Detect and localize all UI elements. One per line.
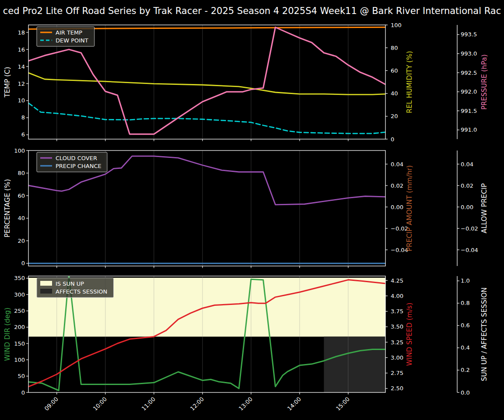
y-tick-label: 0.02 [461, 182, 473, 189]
y-tick-label: 0 [21, 260, 25, 266]
y-tick-label: 16 [18, 46, 25, 53]
y-tick-label: 0.8 [461, 300, 470, 306]
legend-swatch [40, 281, 52, 286]
axis-title-right1: PRECIP AMOUNT (mm/hr) [406, 165, 413, 252]
y-tick-label: 993.5 [461, 31, 477, 38]
y-tick-label: 0.00 [461, 204, 473, 210]
axis-title-right1: REL HUMIDITY (%) [406, 51, 413, 113]
x-tick-label: 15:00 [335, 396, 351, 412]
y-tick-label: 300 [14, 291, 25, 298]
legend-label: DEW POINT [56, 37, 88, 44]
y-tick-label: 20 [18, 238, 25, 244]
y-tick-label: −0.02 [461, 225, 478, 232]
axis-title-right2: PRESSURE (hPa) [480, 54, 488, 110]
y-tick-label: 991.5 [461, 108, 477, 114]
y-tick-label: 3.25 [391, 339, 403, 346]
series-dew-point [28, 103, 385, 133]
y-tick-label: 0.6 [461, 322, 470, 329]
x-tick-label: 11:00 [140, 396, 157, 412]
y-tick-label: 18 [18, 29, 25, 36]
y-tick-label: 200 [14, 324, 25, 330]
y-tick-label: 100 [14, 147, 25, 154]
x-tick-label: 13:00 [238, 396, 254, 412]
legend: CLOUD COVERPRECIP CHANCE [37, 152, 107, 172]
y-tick-label: 2.50 [391, 385, 403, 392]
y-tick-label: 8 [21, 114, 25, 121]
y-tick-label: 40 [391, 90, 398, 97]
legend: AIR TEMPDEW POINT [37, 27, 94, 46]
y-tick-label: 80 [391, 45, 398, 51]
panel-0: 681012141618TEMP (C)020406080100REL HUMI… [4, 22, 488, 143]
y-tick-label: 100 [14, 357, 25, 363]
y-tick-label: 0.4 [461, 344, 470, 351]
x-tick-label: 12:00 [189, 396, 205, 412]
legend: IS SUN UPAFFECTS SESSION [37, 278, 114, 298]
legend-label: AFFECTS SESSION [56, 288, 107, 295]
figure: ced Pro2 Lite Off Road Series by Trak Ra… [0, 0, 504, 420]
y-tick-label: 991.0 [461, 126, 477, 133]
y-tick-label: 993.0 [461, 50, 477, 57]
axis-title-right2: ALLOW PRECIP [480, 183, 488, 233]
y-tick-label: 0.04 [461, 161, 473, 168]
y-tick-label: 14 [18, 63, 25, 70]
y-tick-label: 100 [391, 22, 402, 28]
y-tick-label: 1.0 [461, 277, 470, 284]
legend-label: IS SUN UP [56, 280, 84, 287]
affects-session-band [324, 336, 385, 392]
y-tick-label: 992.0 [461, 88, 477, 95]
chart-canvas: 681012141618TEMP (C)020406080100REL HUMI… [0, 0, 504, 420]
y-tick-label: 0.02 [391, 182, 403, 189]
y-tick-label: 50 [18, 373, 25, 379]
y-tick-label: 2.75 [391, 370, 403, 376]
legend-label: AIR TEMP [56, 29, 82, 36]
y-tick-label: 60 [391, 67, 398, 74]
y-tick-label: 3.50 [391, 323, 403, 330]
x-tick-label: 14:00 [286, 396, 302, 412]
legend-swatch [40, 289, 52, 294]
y-tick-label: −0.04 [461, 247, 478, 253]
y-tick-label: 60 [18, 192, 25, 199]
y-tick-label: 3.00 [391, 354, 403, 361]
y-tick-label: 0.0 [461, 389, 470, 396]
y-tick-label: 0.2 [461, 367, 470, 373]
axis-title-left: TEMP (C) [4, 67, 11, 98]
y-tick-label: 20 [391, 113, 398, 119]
panel-2: 09:0010:0011:0012:0013:0014:0015:0005010… [4, 275, 488, 412]
y-tick-label: 4.25 [391, 277, 403, 284]
y-tick-label: 250 [14, 308, 25, 314]
axis-title-left: WIND DIR (deg) [4, 308, 11, 361]
y-tick-label: 150 [14, 340, 25, 347]
y-tick-label: 40 [18, 215, 25, 221]
legend-label: CLOUD COVER [56, 155, 97, 161]
y-tick-label: 3.75 [391, 308, 403, 315]
y-tick-label: 10 [18, 97, 25, 104]
y-tick-label: 0.00 [391, 204, 403, 210]
series-rel-humidity [28, 73, 385, 95]
x-tick-label: 09:00 [43, 396, 60, 412]
y-tick-label: 350 [14, 275, 25, 281]
y-tick-label: 0 [21, 389, 25, 396]
axis-title-left: PERCENTAGE (%) [4, 179, 11, 238]
y-tick-label: 0 [391, 136, 394, 143]
y-tick-label: 4.00 [391, 293, 403, 299]
y-tick-label: 992.5 [461, 70, 477, 76]
y-tick-label: 0.04 [391, 161, 403, 168]
x-tick-label: 10:00 [92, 396, 108, 412]
y-tick-label: 12 [18, 80, 25, 87]
axis-title-right2: SUN UP / AFFECTS SESSION [480, 287, 488, 381]
legend-label: PRECIP CHANCE [56, 163, 102, 169]
panel-1: 020406080100PERCENTAGE (%)0.040.020.00−0… [4, 147, 488, 268]
axis-title-right1: WIND SPEED (m/s) [406, 303, 413, 366]
y-tick-label: 6 [21, 131, 25, 138]
y-tick-label: 80 [18, 170, 25, 176]
